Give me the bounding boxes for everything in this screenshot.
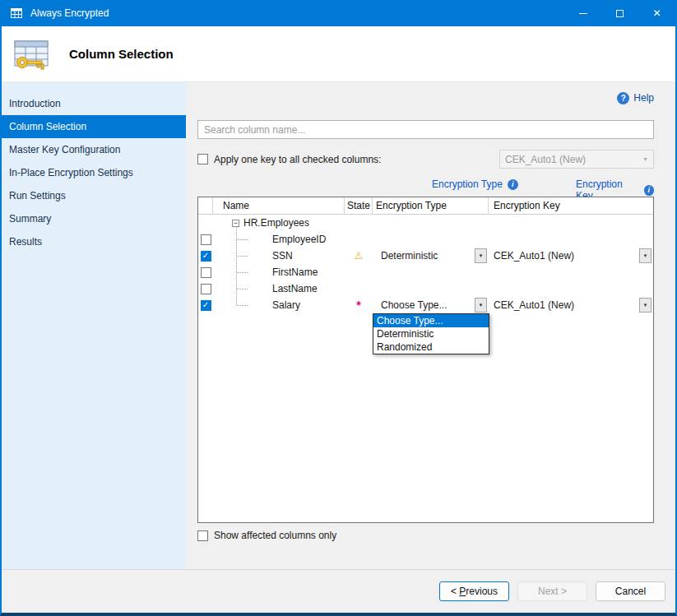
encryption-type-dropdown-list: Choose Type... Deterministic Randomized (373, 313, 489, 354)
sidebar-item-in-place-encryption-settings[interactable]: In-Place Encryption Settings (2, 161, 186, 184)
header-encryption-key[interactable]: Encryption Key (489, 197, 653, 214)
column-name: Salary (272, 299, 300, 311)
close-button[interactable]: ✕ (638, 0, 675, 26)
window-controls: ✕ (564, 0, 675, 26)
encryption-type-dropdown-button[interactable]: ▼ (475, 298, 487, 313)
help-link[interactable]: Help (633, 92, 654, 104)
table-row: EmployeeID (198, 231, 653, 248)
previous-button[interactable]: < Previous (439, 581, 509, 601)
search-input[interactable] (197, 120, 654, 139)
table-row: FirstName (198, 264, 653, 280)
encryption-key-value: CEK_Auto1 (New) (494, 250, 574, 262)
minimize-icon (579, 13, 587, 14)
apply-key-checkbox[interactable] (197, 154, 208, 164)
warning-icon: ⚠ (355, 250, 364, 262)
encryption-type-info-icon[interactable]: i (508, 179, 518, 190)
content: Introduction Column Selection Master Key… (2, 82, 675, 569)
minimize-button[interactable] (564, 0, 601, 26)
encryption-key-dropdown-button[interactable]: ▼ (639, 248, 651, 263)
main-panel: ? Help Apply one key to all checked colu… (186, 82, 675, 569)
table-name: HR.Employees (243, 217, 309, 229)
encryption-type-value: Choose Type... (381, 299, 447, 311)
titlebar: Always Encrypted ✕ (2, 0, 675, 26)
dropdown-option[interactable]: Choose Type... (373, 314, 489, 327)
encryption-key-dropdown-button[interactable]: ▼ (639, 298, 651, 313)
row-checkbox[interactable]: ✓ (201, 251, 211, 262)
apply-key-row: Apply one key to all checked columns: CE… (197, 150, 654, 169)
sidebar-item-introduction[interactable]: Introduction (2, 92, 186, 115)
row-checkbox[interactable]: ✓ (201, 300, 211, 311)
table-row: ✓ Salary * Choose Type... ▼ CEK_Auto1 (N… (198, 297, 653, 313)
header-encryption-type[interactable]: Encryption Type (373, 197, 489, 214)
encryption-key-value: CEK_Auto1 (New) (494, 299, 574, 311)
sidebar-item-summary[interactable]: Summary (2, 207, 186, 230)
apply-key-value: CEK_Auto1 (New) (505, 154, 586, 165)
page-header: Column Selection (2, 26, 675, 82)
column-name: FirstName (272, 266, 318, 278)
wizard-steps-sidebar: Introduction Column Selection Master Key… (2, 82, 186, 569)
encryption-type-value: Deterministic (381, 250, 438, 262)
dropdown-option[interactable]: Randomized (373, 340, 489, 354)
header-state[interactable]: State (345, 197, 373, 214)
app-icon (10, 7, 23, 20)
header-checkbox-column (198, 197, 213, 214)
help-icon[interactable]: ? (617, 92, 629, 104)
sidebar-item-results[interactable]: Results (2, 230, 186, 253)
table-row: ✓ SSN ⚠ Deterministic ▼ CEK_Auto1 (New) … (198, 248, 653, 264)
encryption-key-info-icon[interactable]: i (644, 185, 654, 196)
column-name: EmployeeID (272, 234, 326, 245)
help-row: ? Help (197, 90, 654, 105)
columns-grid: Name State Encryption Type Encryption Ke… (197, 197, 654, 523)
column-name: LastName (272, 283, 318, 294)
show-affected-row: Show affected columns only (197, 530, 654, 541)
sidebar-item-run-settings[interactable]: Run Settings (2, 184, 186, 207)
grid-header: Name State Encryption Type Encryption Ke… (198, 197, 653, 215)
maximize-icon (616, 10, 624, 17)
table-group-row: − HR.Employees (198, 215, 653, 231)
encryption-type-link[interactable]: Encryption Type (432, 178, 503, 190)
row-checkbox[interactable] (201, 234, 211, 245)
next-button[interactable]: Next > (517, 581, 587, 601)
dropdown-option[interactable]: Deterministic (373, 327, 489, 340)
row-checkbox[interactable] (201, 267, 211, 278)
chevron-down-icon: ▼ (642, 156, 648, 162)
tree-collapse-icon[interactable]: − (232, 220, 239, 227)
apply-key-label: Apply one key to all checked columns: (214, 154, 381, 165)
column-links-row: Encryption Type i Encryption Key i (197, 178, 654, 191)
page-title: Column Selection (69, 47, 174, 61)
maximize-button[interactable] (601, 0, 638, 26)
always-encrypted-wizard-window: Always Encrypted ✕ Column Selecti (0, 0, 677, 616)
column-name: SSN (272, 250, 293, 262)
table-key-icon (12, 37, 50, 72)
required-icon: * (356, 299, 360, 312)
window-title: Always Encrypted (30, 7, 109, 19)
show-affected-label: Show affected columns only (214, 530, 336, 541)
footer: < Previous Next > Cancel (2, 569, 675, 613)
apply-key-combobox[interactable]: CEK_Auto1 (New) ▼ (499, 150, 654, 169)
sidebar-item-master-key-configuration[interactable]: Master Key Configuration (2, 138, 186, 161)
header-name[interactable]: Name (213, 197, 345, 214)
encryption-type-dropdown-button[interactable]: ▼ (475, 248, 487, 263)
table-row: LastName (198, 280, 653, 297)
sidebar-item-column-selection[interactable]: Column Selection (2, 115, 186, 138)
show-affected-checkbox[interactable] (197, 530, 208, 541)
cancel-button[interactable]: Cancel (596, 581, 665, 601)
row-checkbox[interactable] (201, 284, 211, 294)
